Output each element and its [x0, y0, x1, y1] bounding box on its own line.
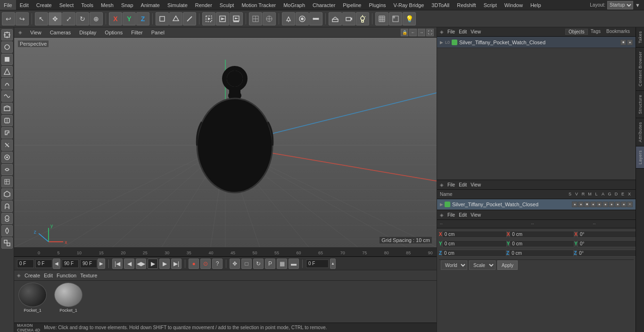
row-vis-d[interactable]: ●	[615, 202, 620, 207]
local-coord-btn[interactable]	[263, 12, 276, 25]
menu-window[interactable]: Window	[501, 0, 527, 10]
object-table-row[interactable]: ▶ Silver_Tiffany_Pocket_Watch_Closed ● ●…	[437, 199, 636, 210]
render-to-picture-btn[interactable]	[230, 12, 243, 25]
mat-menu-function[interactable]: Function	[57, 273, 76, 278]
keyframe-help-btn[interactable]: ?	[212, 259, 223, 269]
frame-indicator-up[interactable]: ▲	[330, 259, 336, 269]
tab-objects[interactable]: Objects	[565, 29, 588, 35]
row-vis-g[interactable]: ●	[609, 202, 614, 207]
vert-tab-layers[interactable]: Layers	[636, 146, 644, 169]
menu-mograph[interactable]: MoGraph	[280, 0, 309, 10]
left-tool-8[interactable]	[1, 127, 13, 138]
3d-viewport[interactable]: x y z	[14, 38, 437, 247]
menu-plugins[interactable]: Plugins	[365, 0, 389, 10]
vp-ctrl-arrow-right[interactable]: →	[418, 29, 425, 36]
x-rotation-input[interactable]	[510, 231, 574, 238]
left-tool-15[interactable]	[1, 213, 13, 224]
vert-tab-takes[interactable]: Takes	[636, 27, 644, 48]
scale-dropdown[interactable]: Scale	[469, 260, 495, 270]
vert-tab-structure[interactable]: Structure	[636, 91, 644, 118]
y-scale-input[interactable]	[578, 240, 636, 247]
viewport-menu-filter[interactable]: Filter	[129, 30, 144, 35]
menu-simulate[interactable]: Simulate	[164, 0, 191, 10]
layout-dropdown[interactable]: Startup	[607, 1, 633, 9]
z-scale-input[interactable]	[577, 250, 636, 257]
menu-pipeline[interactable]: Pipeline	[339, 0, 365, 10]
record-btn[interactable]: ●	[189, 259, 199, 269]
left-tool-12[interactable]	[1, 176, 13, 187]
start-frame-input[interactable]: 0 F	[17, 259, 34, 268]
increase-frame-btn[interactable]: ▶	[98, 259, 105, 269]
polygon-btn[interactable]	[169, 12, 182, 25]
prev-frame-btn[interactable]: ◀	[124, 259, 134, 269]
obj-edit-menu[interactable]: Edit	[459, 182, 467, 187]
vp-ctrl-arrow-left[interactable]: ←	[409, 29, 417, 36]
play-btn[interactable]: ▶	[148, 259, 158, 269]
menu-3dtoall[interactable]: 3DToAll	[428, 0, 453, 10]
camera-btn[interactable]	[342, 12, 355, 25]
menu-tools[interactable]: Tools	[77, 0, 97, 10]
timeline-view-btn[interactable]: ▬	[289, 259, 299, 269]
material-swatch-1[interactable]: Pocket_1	[52, 283, 85, 316]
layout-arrow[interactable]: ▼	[635, 2, 640, 8]
mat-menu-texture[interactable]: Texture	[80, 273, 97, 278]
menu-create[interactable]: Create	[33, 0, 56, 10]
transform-tool[interactable]: ⊕	[90, 12, 103, 25]
obj-file-menu[interactable]: File	[447, 182, 455, 187]
frame-indicator[interactable]: 0 F	[306, 259, 329, 268]
apply-button[interactable]: Apply	[497, 260, 518, 270]
auto-keyframe-btn[interactable]: ⊙	[200, 259, 211, 269]
visibility-btn[interactable]: 💡	[403, 12, 416, 25]
row-vis-x[interactable]: ×	[627, 202, 633, 207]
tab-bookmarks[interactable]: Bookmarks	[603, 29, 633, 35]
render-region-btn[interactable]	[202, 12, 215, 25]
viewport-menu-display[interactable]: Display	[77, 30, 98, 35]
viewport-menu-options[interactable]: Options	[103, 30, 124, 35]
menu-script[interactable]: Script	[480, 0, 501, 10]
menu-vray-bridge[interactable]: V-Ray Bridge	[390, 0, 428, 10]
viewport-menu-panel[interactable]: Panel	[149, 30, 166, 35]
vp-ctrl-lock[interactable]: 🔒	[401, 29, 408, 36]
menu-redshift[interactable]: Redshift	[453, 0, 479, 10]
max-frame-input[interactable]	[80, 259, 97, 268]
grid-btn[interactable]	[375, 12, 388, 25]
menu-file[interactable]: File	[0, 0, 16, 10]
move-tool[interactable]: ✥	[49, 12, 62, 25]
rotate-tool[interactable]: ↻	[76, 12, 89, 25]
snap-btn[interactable]	[282, 12, 295, 25]
left-tool-6[interactable]	[1, 103, 13, 114]
left-tool-9[interactable]	[1, 139, 13, 151]
y-rotation-input[interactable]	[510, 240, 574, 247]
world-dropdown[interactable]: World	[441, 260, 467, 270]
row-vis-render[interactable]: ●	[578, 202, 584, 207]
menu-sculpt[interactable]: Sculpt	[216, 0, 238, 10]
left-tool-1[interactable]	[1, 41, 13, 53]
menu-select[interactable]: Select	[56, 0, 78, 10]
material-swatch-0[interactable]: Pocket_1	[16, 283, 49, 316]
world-coord-btn[interactable]	[249, 12, 262, 25]
obj-vis-2[interactable]: ●	[627, 40, 633, 45]
next-frame-btn[interactable]: ▶	[159, 259, 170, 269]
obj-vis-1[interactable]: ■	[620, 40, 626, 45]
row-vis-anim[interactable]: ■	[584, 202, 590, 207]
left-tool-14[interactable]	[1, 201, 13, 212]
key-btn[interactable]: □	[241, 259, 252, 269]
obj-view-menu[interactable]: View	[471, 182, 481, 187]
left-tool-4[interactable]	[1, 78, 13, 89]
right-view-menu[interactable]: View	[471, 29, 481, 34]
object-btn[interactable]	[156, 12, 169, 25]
left-tool-11[interactable]	[1, 164, 13, 175]
z-rotation-input[interactable]	[509, 250, 574, 257]
z-axis-btn[interactable]: Z	[136, 12, 149, 25]
vp-ctrl-maximize[interactable]: ⛶	[426, 29, 434, 36]
menu-help[interactable]: Help	[527, 0, 545, 10]
loop-btn[interactable]: ↻	[253, 259, 264, 269]
menu-animate[interactable]: Animate	[137, 0, 164, 10]
vert-tab-content-browser[interactable]: Content Browser	[636, 48, 644, 91]
grid-view-btn[interactable]: ▦	[277, 259, 287, 269]
mat-menu-create[interactable]: Create	[25, 273, 40, 278]
floor-btn[interactable]	[329, 12, 342, 25]
row-vis-a[interactable]: ●	[603, 202, 608, 207]
live-select-tool[interactable]: ↖	[35, 12, 48, 25]
last-frame-btn[interactable]: ▶|	[171, 259, 182, 269]
